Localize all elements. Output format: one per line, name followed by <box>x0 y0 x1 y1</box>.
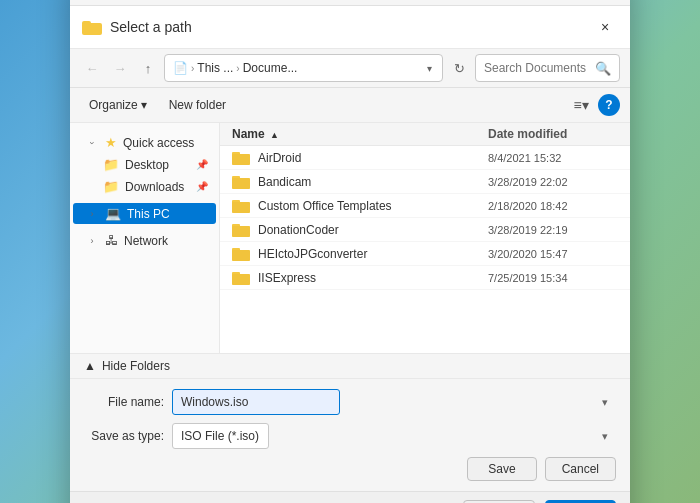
filename-input[interactable] <box>172 389 340 415</box>
sort-arrow: ▲ <box>270 130 279 140</box>
organize-dropdown-icon: ▾ <box>141 98 147 112</box>
svg-rect-17 <box>232 226 250 237</box>
new-folder-button[interactable]: New folder <box>160 94 235 116</box>
hide-folders-row[interactable]: ▲ Hide Folders <box>70 353 630 378</box>
filename-row: File name: <box>84 389 616 415</box>
new-folder-label: New folder <box>169 98 226 112</box>
back-button[interactable]: ← <box>80 56 104 80</box>
folder-open-icon <box>82 17 102 37</box>
address-path: 📄 › AirDroid This ... › Docume... <box>173 61 421 75</box>
save-button[interactable]: Save <box>467 457 536 481</box>
path-this-pc-label: This ... <box>197 61 233 75</box>
nav-bar: ← → ↑ 📄 › AirDroid This ... › Docume... … <box>70 49 630 88</box>
desktop-label: Desktop <box>125 158 169 172</box>
savetype-select[interactable]: ISO File (*.iso) <box>172 423 269 449</box>
sidebar-item-downloads[interactable]: 📁 Downloads 📌 <box>73 176 216 197</box>
dialog: Windows 11 Setup — × Select a path × ← →… <box>70 0 630 503</box>
search-box: 🔍 <box>475 54 620 82</box>
pin-icon-desktop: 📌 <box>196 159 208 170</box>
search-input[interactable] <box>484 61 591 75</box>
file-date-label: 8/4/2021 15:32 <box>488 152 618 164</box>
dialog-close-button[interactable]: × <box>592 14 618 40</box>
file-date-label: 3/28/2019 22:02 <box>488 176 618 188</box>
file-name-label: IISExpress <box>258 271 316 285</box>
cancel-button[interactable]: Cancel <box>545 457 616 481</box>
file-rows-container: AirDroid 8/4/2021 15:32 Bandicam 3/28/20… <box>220 146 630 290</box>
file-row-name: AirDroid <box>232 150 488 165</box>
star-icon: ★ <box>105 135 117 150</box>
main-content: › ★ Quick access 📁 Desktop 📌 📁 Downloads… <box>70 123 630 353</box>
file-name-label: DonationCoder <box>258 223 339 237</box>
sidebar-item-desktop[interactable]: 📁 Desktop 📌 <box>73 154 216 175</box>
file-date-label: 2/18/2020 18:42 <box>488 200 618 212</box>
file-row[interactable]: AirDroid 8/4/2021 15:32 <box>220 146 630 170</box>
file-row[interactable]: DonationCoder 3/28/2019 22:19 <box>220 218 630 242</box>
svg-rect-5 <box>82 21 91 26</box>
help-button[interactable]: ? <box>598 94 620 116</box>
this-pc-section: › 💻 This PC <box>70 200 219 227</box>
savetype-select-wrapper: ISO File (*.iso) <box>172 423 616 449</box>
network-section: › 🖧 Network <box>70 227 219 254</box>
file-row[interactable]: Bandicam 3/28/2019 22:02 <box>220 170 630 194</box>
folder-icon <box>232 246 250 261</box>
folder-icon <box>232 270 250 285</box>
up-button[interactable]: ↑ <box>136 56 160 80</box>
toolbar: Organize ▾ New folder ≡ ▾ ? <box>70 88 630 123</box>
folder-icon <box>232 198 250 213</box>
sidebar-item-network[interactable]: › 🖧 Network <box>73 230 216 251</box>
refresh-button[interactable]: ↻ <box>447 56 471 80</box>
path-part-1: 📄 <box>173 61 188 75</box>
path-documents: Docume... <box>243 61 298 75</box>
folder-icon <box>232 174 250 189</box>
path-chevron-2: › <box>236 63 239 74</box>
view-dropdown-icon: ▾ <box>582 97 589 113</box>
organize-label: Organize <box>89 98 138 112</box>
view-icon: ≡ <box>573 97 581 113</box>
file-row-name: DonationCoder <box>232 222 488 237</box>
organize-button[interactable]: Organize ▾ <box>80 94 156 116</box>
file-row[interactable]: IISExpress 7/25/2019 15:34 <box>220 266 630 290</box>
forward-button[interactable]: → <box>108 56 132 80</box>
file-row[interactable]: Custom Office Templates 2/18/2020 18:42 <box>220 194 630 218</box>
savetype-label: Save as type: <box>84 429 164 443</box>
quick-access-expand-icon: › <box>85 136 99 150</box>
view-options-button[interactable]: ≡ ▾ <box>568 92 594 118</box>
sidebar-item-this-pc[interactable]: › 💻 This PC <box>73 203 216 224</box>
svg-rect-14 <box>232 202 250 213</box>
pc-icon: 💻 <box>105 206 121 221</box>
file-name-label: Custom Office Templates <box>258 199 392 213</box>
downloads-icon: 📁 <box>103 179 119 194</box>
file-name-label: Bandicam <box>258 175 311 189</box>
pin-icon-downloads: 📌 <box>196 181 208 192</box>
network-icon: 🖧 <box>105 233 118 248</box>
address-bar[interactable]: 📄 › AirDroid This ... › Docume... ▾ <box>164 54 443 82</box>
file-row[interactable]: HEIctoJPGconverter 3/20/2020 15:47 <box>220 242 630 266</box>
svg-rect-23 <box>232 274 250 285</box>
downloads-label: Downloads <box>125 180 184 194</box>
folder-icon <box>232 150 250 165</box>
file-list-header: Name ▲ Date modified <box>220 123 630 146</box>
hide-folders-arrow: ▲ <box>84 359 96 373</box>
dialog-title: Select a path <box>110 19 592 35</box>
sidebar-item-quick-access[interactable]: › ★ Quick access <box>73 132 216 153</box>
dialog-header: Select a path × <box>70 6 630 49</box>
desktop-folder-icon: 📁 <box>103 157 119 172</box>
network-expand-icon: › <box>85 234 99 248</box>
svg-rect-11 <box>232 178 250 189</box>
file-row-name: IISExpress <box>232 270 488 285</box>
search-icon: 🔍 <box>595 61 611 76</box>
file-date-label: 7/25/2019 15:34 <box>488 272 618 284</box>
path-chevron-1: › <box>191 63 194 74</box>
address-dropdown-button[interactable]: ▾ <box>425 63 434 74</box>
help-icon: ? <box>605 98 612 112</box>
svg-rect-8 <box>232 154 250 165</box>
quick-access-section: › ★ Quick access 📁 Desktop 📌 📁 Downloads… <box>70 129 219 200</box>
filename-input-wrapper <box>172 389 616 415</box>
network-label: Network <box>124 234 168 248</box>
file-name-label: HEIctoJPGconverter <box>258 247 367 261</box>
folder-icon <box>232 222 250 237</box>
bottom-actions: Save Cancel <box>84 457 616 481</box>
hide-folders-label: Hide Folders <box>102 359 170 373</box>
file-row-name: Custom Office Templates <box>232 198 488 213</box>
quick-access-label: Quick access <box>123 136 194 150</box>
